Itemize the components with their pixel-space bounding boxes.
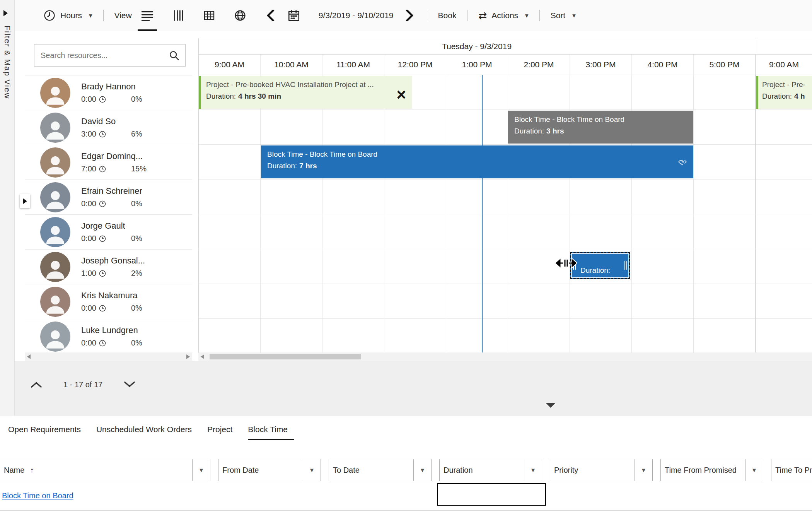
resource-row[interactable]: Joseph Gonsal... 1:00 2% [25, 250, 192, 284]
avatar [40, 287, 70, 317]
time-header-row: 9:00 AM 10:00 AM 11:00 AM 12:00 PM 1:00 … [198, 55, 812, 75]
time-slot: 3:00 PM [570, 55, 632, 75]
list-view-icon [140, 10, 154, 21]
actions-dropdown[interactable]: ⇄ Actions ▾ [478, 10, 528, 22]
column-header-name[interactable]: Name ↑ [0, 459, 193, 481]
search-input[interactable] [34, 51, 168, 60]
page-down-button[interactable] [118, 381, 141, 388]
duration-value: 7 hrs [299, 162, 317, 170]
duration-label: Duration: [580, 266, 610, 275]
chevron-down-icon: ▾ [89, 12, 92, 20]
sort-label: Sort [551, 11, 566, 20]
page-up-button[interactable] [25, 381, 48, 388]
resource-name: David So [81, 116, 142, 127]
tab-open-requirements[interactable]: Open Requirements [8, 425, 81, 440]
column-filter-to-date[interactable]: ▾ [414, 459, 432, 481]
bottom-panel-collapse-button[interactable] [546, 402, 555, 409]
tab-project[interactable]: Project [207, 425, 232, 440]
column-filter-from-date[interactable]: ▾ [303, 459, 321, 481]
list-view-button[interactable] [138, 0, 157, 31]
scroll-left-icon[interactable] [201, 354, 204, 359]
duration-label: Duration: [762, 92, 792, 100]
next-date-button[interactable] [403, 7, 416, 24]
date-range-label: 9/3/2019 - 9/10/2019 [319, 11, 394, 20]
duration-edit-input[interactable] [437, 483, 546, 506]
booking-project-next-day[interactable]: Project - Pre- Duration:4 h [756, 76, 812, 109]
filter-panel-expand-icon[interactable] [3, 10, 8, 16]
map-view-button[interactable] [230, 0, 250, 31]
resource-row[interactable]: Efrain Schreiner 0:00 0% [25, 180, 192, 215]
resource-name: Brady Hannon [81, 82, 142, 92]
resource-hours: 1:00 [81, 269, 96, 278]
grid-view-button[interactable] [200, 0, 219, 31]
duration-value: 3 hrs [546, 127, 564, 135]
duration-value: 4 hrs 30 min [238, 92, 281, 100]
resource-name: Joseph Gonsal... [81, 256, 145, 266]
booking-block-time-blue[interactable]: Block Time - Block Time on Board Duratio… [261, 145, 693, 178]
resource-horizontal-scrollbar[interactable] [25, 352, 192, 361]
column-header-from-date[interactable]: From Date [218, 459, 303, 481]
clock-icon [99, 200, 106, 208]
resource-row[interactable]: Edgar Dominq... 7:00 15% [25, 145, 192, 180]
sort-dropdown[interactable]: Sort ▾ [551, 11, 576, 20]
booking-project-hvac[interactable]: Project - Pre-booked HVAC Installation P… [199, 76, 412, 109]
table-row[interactable]: Block Time on Board [0, 481, 812, 511]
column-header-priority[interactable]: Priority [550, 459, 635, 481]
time-slot: 1:00 PM [446, 55, 508, 75]
schedule-grid[interactable]: Project - Pre-booked HVAC Installation P… [198, 75, 812, 352]
search-icon[interactable] [168, 50, 180, 61]
column-filter-name[interactable]: ▾ [193, 459, 210, 481]
column-header-time-from-promised[interactable]: Time From Promised [660, 459, 745, 481]
chevron-down-icon: ▾ [421, 466, 424, 474]
grid-horizontal-scrollbar[interactable] [198, 352, 812, 361]
tab-unscheduled-work-orders[interactable]: Unscheduled Work Orders [96, 425, 192, 440]
hours-scale-dropdown[interactable]: Hours ▾ [43, 9, 92, 22]
booking-block-time-gray[interactable]: Block Time - Block Time on Board Duratio… [508, 111, 693, 144]
resource-row[interactable]: David So 3:00 6% [25, 110, 192, 145]
scroll-left-icon[interactable] [27, 354, 31, 359]
column-header-duration[interactable]: Duration [439, 459, 524, 481]
duration-label: Duration: [267, 162, 297, 170]
resource-row[interactable]: Luke Lundgren 0:00 0% [25, 319, 192, 352]
resource-list: Brady Hannon 0:00 0% David So 3:00 6% Ed… [25, 75, 192, 352]
chevron-down-icon: ▾ [200, 466, 203, 474]
resource-row[interactable]: Kris Nakamura 0:00 0% [25, 284, 192, 319]
time-slot: 5:00 PM [694, 55, 756, 75]
calendar-button[interactable] [284, 0, 304, 31]
timeline-view-icon [172, 10, 184, 21]
timeline-view-button[interactable] [169, 0, 188, 31]
column-filter-priority[interactable]: ▾ [635, 459, 653, 481]
resource-row[interactable]: Brady Hannon 0:00 0% [25, 75, 192, 110]
pagination-label: 1 - 17 of 17 [63, 380, 102, 389]
resize-handle-right[interactable] [624, 261, 627, 270]
resource-utilization: 0% [131, 234, 142, 243]
time-slot: 11:00 AM [322, 55, 384, 75]
column-header-to-date[interactable]: To Date [329, 459, 414, 481]
time-slot: 4:00 PM [632, 55, 694, 75]
column-filter-duration[interactable]: ▾ [524, 459, 542, 481]
resource-name: Edgar Dominq... [81, 151, 147, 161]
time-slot: 12:00 PM [384, 55, 446, 75]
resource-row[interactable]: Jorge Gault 0:00 0% [25, 215, 192, 250]
resource-panel-collapse-handle[interactable] [20, 194, 30, 208]
divider [539, 10, 540, 21]
tab-block-time[interactable]: Block Time [248, 425, 294, 440]
column-label: From Date [222, 466, 259, 475]
avatar [40, 321, 70, 352]
scroll-right-icon[interactable] [186, 354, 190, 359]
column-label: Time From Promised [665, 466, 737, 475]
close-icon[interactable]: × [396, 89, 406, 101]
clock-icon [99, 304, 106, 312]
divider [103, 10, 104, 21]
column-filter-time-from-promised[interactable]: ▾ [745, 459, 763, 481]
booking-drag-resize[interactable]: Duration: [570, 252, 630, 279]
previous-date-button[interactable] [264, 7, 277, 24]
resource-hours: 0:00 [81, 199, 96, 208]
day-separator-line [756, 75, 756, 352]
book-button[interactable]: Book [438, 11, 457, 20]
column-header-time-to-promised[interactable]: Time To Pro [771, 459, 812, 481]
resource-hours: 0:00 [81, 339, 96, 347]
avatar [40, 147, 70, 178]
scrollbar-thumb[interactable] [210, 354, 361, 359]
block-time-link[interactable]: Block Time on Board [2, 491, 73, 500]
